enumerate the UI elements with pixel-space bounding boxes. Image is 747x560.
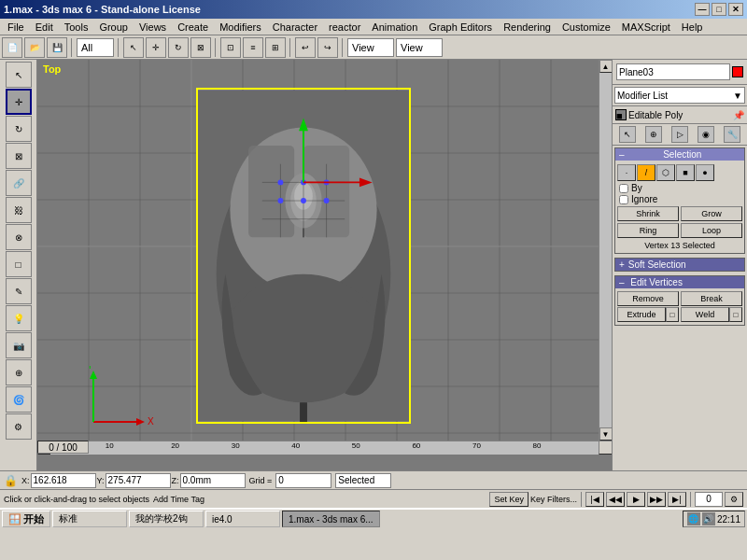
grow-button[interactable]: Grow — [681, 206, 742, 221]
menu-item-animation[interactable]: Animation — [366, 21, 423, 34]
viewport-vscrollbar[interactable]: ▲ ▼ — [599, 60, 612, 441]
menu-item-reactor[interactable]: reactor — [323, 21, 366, 34]
unlink-tool[interactable]: ⛓ — [6, 197, 32, 223]
menu-item-maxscript[interactable]: MAXScript — [616, 21, 676, 34]
scale-button[interactable]: ⊠ — [190, 37, 211, 58]
next-frame-button[interactable]: ▶| — [668, 492, 686, 507]
menu-item-tools[interactable]: Tools — [59, 21, 94, 34]
weld-settings-button[interactable]: □ — [729, 307, 742, 322]
taskbar-item-3dsmax[interactable]: 1.max - 3ds max 6... — [282, 511, 380, 527]
rotate-tool[interactable]: ↻ — [6, 116, 32, 142]
scale-tool[interactable]: ⊠ — [6, 143, 32, 169]
rp-utilities-icon[interactable]: 🔧 — [724, 126, 740, 143]
plane-name-input[interactable] — [616, 63, 730, 80]
frame-input[interactable] — [695, 492, 723, 507]
menu-item-views[interactable]: Views — [134, 21, 172, 34]
x-coord[interactable]: 162.618 — [31, 473, 96, 488]
align-button[interactable]: ≡ — [243, 37, 263, 58]
new-button[interactable]: 📄 — [2, 37, 22, 58]
modifier-list-dropdown[interactable]: Modifier List ▼ — [614, 87, 745, 104]
select-tool[interactable]: ↖ — [6, 62, 32, 88]
vertex-icon[interactable]: · — [617, 164, 636, 181]
extrude-settings-button[interactable]: □ — [666, 307, 679, 322]
ring-button[interactable]: Ring — [617, 223, 679, 238]
mode-dropdown[interactable]: Selected — [335, 473, 391, 488]
shapes-tool[interactable]: ✎ — [6, 278, 32, 304]
cameras-tool[interactable]: 📷 — [6, 332, 32, 358]
save-button[interactable]: 💾 — [47, 37, 67, 58]
soft-expand-icon[interactable]: + — [619, 259, 625, 270]
rp-motion-icon[interactable]: ▷ — [671, 126, 688, 143]
remove-button[interactable]: Remove — [617, 291, 679, 306]
prev-frame-button[interactable]: |◀ — [585, 492, 604, 507]
menu-item-file[interactable]: File — [2, 21, 30, 34]
editv-expand-icon[interactable]: – — [619, 277, 625, 287]
open-button[interactable]: 📂 — [24, 37, 45, 58]
maximize-button[interactable]: □ — [712, 3, 726, 16]
polygon-icon[interactable]: ■ — [676, 164, 695, 181]
shrink-button[interactable]: Shrink — [617, 206, 679, 221]
menu-item-create[interactable]: Create — [172, 21, 214, 34]
menu-item-character[interactable]: Character — [267, 21, 323, 34]
select-obj-tool[interactable]: □ — [6, 251, 32, 277]
y-coord[interactable]: 275.477 — [106, 473, 171, 488]
ignore-checkbox[interactable] — [619, 195, 628, 204]
undo-button[interactable]: ↩ — [295, 37, 316, 58]
rotate-button[interactable]: ↻ — [168, 37, 189, 58]
by-checkbox[interactable] — [619, 184, 628, 193]
redo-button[interactable]: ↪ — [317, 37, 338, 58]
menu-item-customize[interactable]: Customize — [557, 21, 616, 34]
lock-icon[interactable]: 🔒 — [4, 474, 18, 487]
set-key-button[interactable]: Set Key — [489, 492, 529, 507]
all-dropdown[interactable]: All — [77, 38, 114, 57]
border-icon[interactable]: ⬡ — [656, 164, 675, 181]
rp-move-icon[interactable]: ↖ — [619, 126, 636, 143]
editable-poly-pin[interactable]: 📌 — [733, 110, 744, 120]
spacewarps-tool[interactable]: 🌀 — [6, 386, 32, 413]
systems-tool[interactable]: ⚙ — [6, 413, 32, 440]
play-button[interactable]: ▶ — [627, 492, 645, 507]
scroll-up-button[interactable]: ▲ — [599, 60, 613, 73]
menu-item-help[interactable]: Help — [676, 21, 709, 34]
menu-item-grapheditors[interactable]: Graph Editors — [423, 21, 498, 34]
object-color-swatch[interactable] — [732, 66, 743, 77]
rp-hierarchy-icon[interactable]: ⊕ — [645, 126, 662, 143]
z-coord[interactable]: 0.0mm — [180, 473, 246, 488]
prev-key-button[interactable]: ◀◀ — [606, 492, 625, 507]
viewport-area[interactable]: Top — [37, 60, 612, 470]
minimize-button[interactable]: — — [695, 3, 710, 16]
element-icon[interactable]: ● — [696, 164, 714, 181]
rp-display-icon[interactable]: ◉ — [698, 126, 714, 143]
menu-item-group[interactable]: Group — [93, 21, 134, 34]
time-config-button[interactable]: ⚙ — [725, 492, 743, 507]
break-button[interactable]: Break — [681, 291, 742, 306]
select-button[interactable]: ↖ — [123, 37, 144, 58]
weld-button[interactable]: Weld — [681, 307, 729, 322]
taskbar-item-标准[interactable]: 标准 — [52, 511, 127, 527]
helpers-tool[interactable]: ⊕ — [6, 359, 32, 385]
link-tool[interactable]: 🔗 — [6, 170, 32, 196]
menu-item-modifiers[interactable]: Modifiers — [214, 21, 267, 34]
next-key-button[interactable]: ▶▶ — [647, 492, 666, 507]
lights-tool[interactable]: 💡 — [6, 305, 32, 331]
scroll-down-button[interactable]: ▼ — [599, 427, 613, 441]
mirror-button[interactable]: ⊡ — [220, 37, 241, 58]
loop-button[interactable]: Loop — [681, 223, 742, 238]
menu-item-edit[interactable]: Edit — [30, 21, 59, 34]
taskbar-item-school[interactable]: 我的学校2钩 — [129, 511, 204, 527]
start-button[interactable]: 🪟 开始 — [2, 511, 50, 527]
grid-value[interactable]: 0 — [275, 473, 331, 488]
taskbar-item-ie[interactable]: ie4.0 — [205, 511, 280, 527]
view-dropdown[interactable]: View — [347, 38, 394, 57]
bind-tool[interactable]: ⊗ — [6, 224, 32, 250]
selection-collapse-icon[interactable]: – — [619, 149, 625, 160]
move-button[interactable]: ✛ — [146, 37, 166, 58]
move-tool[interactable]: ✛ — [6, 89, 32, 115]
array-button[interactable]: ⊞ — [265, 37, 286, 58]
close-button[interactable]: ✕ — [728, 3, 743, 16]
edge-icon[interactable]: / — [637, 164, 655, 181]
view-type-dropdown[interactable]: View — [396, 38, 443, 57]
extrude-button[interactable]: Extrude — [617, 307, 666, 322]
menu-item-rendering[interactable]: Rendering — [498, 21, 557, 34]
viewport-hscrollbar[interactable]: ◀ 0 10 20 30 40 50 60 70 80 ▶ — [37, 441, 612, 454]
